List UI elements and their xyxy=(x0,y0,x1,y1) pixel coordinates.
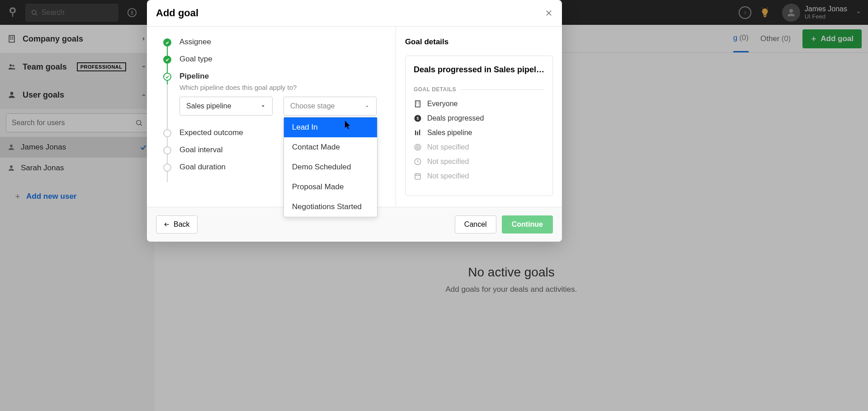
modal-header: Add goal xyxy=(147,0,562,26)
step-dot-current xyxy=(163,73,171,81)
dollar-circle-icon: $ xyxy=(414,114,422,122)
cancel-button[interactable]: Cancel xyxy=(455,215,496,234)
svg-text:$: $ xyxy=(416,116,419,121)
goal-detail-row: Not specified xyxy=(414,143,544,151)
goal-detail-row: Everyone xyxy=(414,100,544,108)
goal-detail-row: Not specified xyxy=(414,158,544,166)
step-label: Expected outcome xyxy=(179,128,383,137)
detail-value: Everyone xyxy=(427,100,458,108)
stage-select[interactable]: Choose stage Lead In Contact Made Demo S… xyxy=(283,97,377,116)
svg-rect-42 xyxy=(415,174,420,179)
svg-rect-28 xyxy=(415,101,420,107)
goal-detail-row: Sales pipeline xyxy=(414,129,544,137)
detail-value: Deals progressed xyxy=(427,114,484,122)
back-label: Back xyxy=(174,220,190,229)
step-label: Goal interval xyxy=(179,145,383,154)
detail-value: Not specified xyxy=(427,143,469,151)
step-description: Which pipeline does this goal apply to? xyxy=(179,84,383,91)
back-button[interactable]: Back xyxy=(156,215,198,234)
calendar-icon xyxy=(414,172,422,180)
step-label: Goal duration xyxy=(179,163,383,172)
step-dot-done xyxy=(163,38,171,47)
step-goal-type: Goal type xyxy=(163,55,383,64)
chevron-down-icon xyxy=(260,103,266,109)
dropdown-item-proposal-made[interactable]: Proposal Made xyxy=(284,177,377,197)
svg-rect-30 xyxy=(418,102,419,103)
detail-value: Not specified xyxy=(427,172,469,180)
step-dot xyxy=(163,163,171,172)
goal-detail-row: Not specified xyxy=(414,172,544,180)
detail-value: Not specified xyxy=(427,158,469,166)
svg-rect-36 xyxy=(417,131,418,135)
step-goal-interval: Goal interval xyxy=(163,145,383,154)
step-expected-outcome: Expected outcome xyxy=(163,128,383,137)
svg-rect-37 xyxy=(419,130,420,135)
step-assignee: Assignee xyxy=(163,37,383,47)
step-pipeline: Pipeline Which pipeline does this goal a… xyxy=(163,72,383,116)
goal-details-card-title: Deals progressed in Sales pipel… xyxy=(414,65,544,75)
pipeline-select[interactable]: Sales pipeline xyxy=(179,97,273,116)
select-placeholder: Choose stage xyxy=(290,102,335,110)
goal-details-card: Deals progressed in Sales pipel… GOAL DE… xyxy=(405,56,553,196)
goal-details-heading: Goal details xyxy=(405,37,553,47)
modal-title: Add goal xyxy=(156,7,198,19)
goal-detail-row: $ Deals progressed xyxy=(414,114,544,122)
goal-details-subheader: GOAL DETAILS xyxy=(414,86,544,93)
step-dot-done xyxy=(163,56,171,64)
step-label: Assignee xyxy=(179,37,383,47)
svg-rect-29 xyxy=(416,102,417,103)
svg-rect-32 xyxy=(418,103,419,104)
step-dot xyxy=(163,146,171,154)
add-goal-modal: Add goal Assignee Goal type xyxy=(147,0,562,242)
clock-icon xyxy=(414,158,422,166)
goal-details-panel: Goal details Deals progressed in Sales p… xyxy=(396,27,562,207)
dropdown-item-negotiations[interactable]: Negotiations Started xyxy=(284,197,377,217)
continue-button[interactable]: Continue xyxy=(502,215,553,234)
step-goal-duration: Goal duration xyxy=(163,163,383,172)
close-icon[interactable] xyxy=(545,9,553,17)
pipeline-icon xyxy=(414,129,422,137)
step-label: Pipeline xyxy=(179,72,383,81)
cursor-icon xyxy=(345,121,352,130)
arrow-left-icon xyxy=(164,221,170,228)
building-icon xyxy=(414,100,422,108)
detail-value: Sales pipeline xyxy=(427,129,472,137)
target-icon xyxy=(414,143,422,151)
svg-point-40 xyxy=(417,147,418,148)
step-label: Goal type xyxy=(179,55,383,64)
chevron-up-icon xyxy=(364,103,370,109)
svg-rect-35 xyxy=(415,131,416,135)
step-dot xyxy=(163,129,171,137)
svg-rect-31 xyxy=(416,103,417,104)
modal-steps-panel: Assignee Goal type Pipeline Which pipeli… xyxy=(147,27,396,207)
select-value: Sales pipeline xyxy=(186,102,231,110)
